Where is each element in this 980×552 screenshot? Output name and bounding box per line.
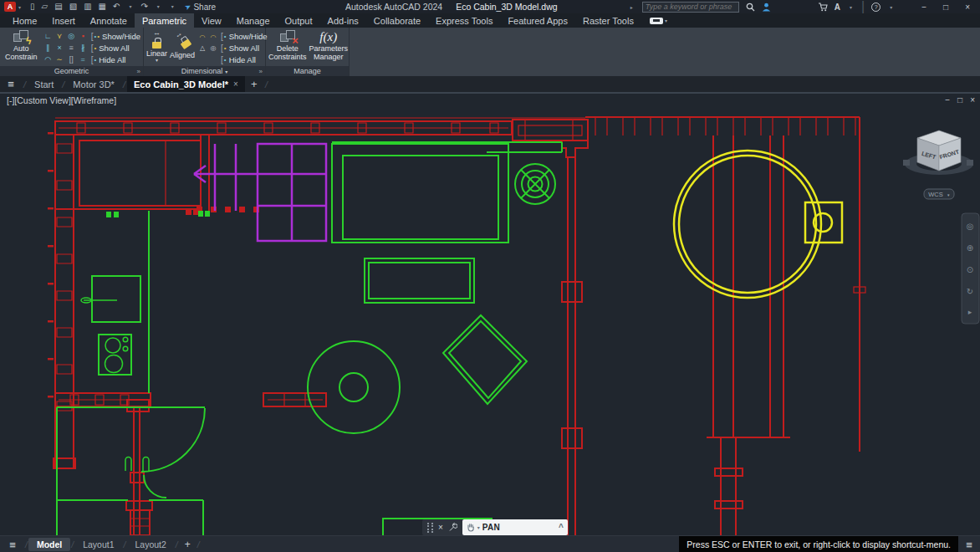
delete-constraints-button[interactable]: × Delete Constraints <box>268 29 307 61</box>
search-input[interactable] <box>646 3 736 11</box>
file-tab-menu-icon[interactable]: ≡ <box>0 76 22 92</box>
file-tab-start[interactable]: Start <box>28 76 60 92</box>
tangent-constraint-icon[interactable]: ◠ <box>43 54 54 65</box>
file-tab-motor3d[interactable]: Motor 3D* <box>66 76 121 92</box>
tab-annotate[interactable]: Annotate <box>83 13 135 28</box>
geometric-hide-all-button[interactable]: [•Hide All <box>91 54 140 65</box>
share-button[interactable]: ➤ Share <box>185 3 216 12</box>
lock-constraint-icon[interactable]: ▪ <box>78 31 89 42</box>
dimensional-show-all-button[interactable]: [•Show All <box>221 43 268 54</box>
viewport-controls-label[interactable]: [-][Custom View][Wireframe] <box>7 95 116 105</box>
angular-constraint-icon[interactable]: ◠ <box>197 33 207 43</box>
print-icon[interactable]: ▦ <box>99 1 106 13</box>
command-close-icon[interactable]: × <box>438 523 443 532</box>
window-minimize-button[interactable]: − <box>916 3 932 12</box>
command-options-caret-icon[interactable]: ▾ <box>477 524 480 530</box>
auto-constrain-button[interactable]: ϟ Auto Constrain <box>3 29 40 61</box>
collinear-constraint-icon[interactable]: ≡ <box>66 43 77 54</box>
command-line-dock[interactable]: × ▾ PAN ^ <box>422 519 568 535</box>
window-close-button[interactable]: × <box>960 3 975 12</box>
tab-add-ins[interactable]: Add-ins <box>320 13 366 28</box>
command-grip-handle[interactable] <box>427 523 433 533</box>
new-file-icon[interactable]: ▯ <box>30 1 35 13</box>
drawing-restore-button[interactable]: □ <box>957 95 962 105</box>
new-layout-button[interactable]: + <box>178 539 197 550</box>
navigation-bar[interactable]: ◎ ⊕ ⊙ ↻ ▸ <box>962 213 979 324</box>
tab-home[interactable]: Home <box>5 13 44 28</box>
pan-tool-icon[interactable]: ⊕ <box>967 243 973 253</box>
parallel-constraint-icon[interactable]: ∥ <box>43 43 54 54</box>
crossing-constraint-icon[interactable]: × <box>54 43 65 54</box>
autocad-logo-icon[interactable]: A <box>4 2 16 12</box>
geometric-panel-label[interactable]: Geometric » <box>0 66 143 76</box>
zoom-tool-icon[interactable]: ⊙ <box>967 265 973 274</box>
tab-featured-apps[interactable]: Featured Apps <box>500 13 575 28</box>
open-file-icon[interactable]: ▱ <box>42 1 48 13</box>
dimensional-hide-all-button[interactable]: [•Hide All <box>221 54 268 65</box>
drawing-close-button[interactable]: × <box>970 95 975 105</box>
parameters-manager-button[interactable]: f(x) Parameters Manager <box>309 29 349 61</box>
plot-icon[interactable]: ▥ <box>84 1 91 13</box>
aligned-dimension-button[interactable]: ↔ Aligned <box>170 29 195 60</box>
form-constraint-icon[interactable]: ◎ <box>208 43 218 54</box>
app-store-cart-icon[interactable] <box>818 3 828 12</box>
layout1-tab[interactable]: Layout1 <box>74 538 122 551</box>
model-tab[interactable]: Model <box>28 538 70 551</box>
model-space-canvas[interactable]: [-][Custom View][Wireframe] − □ × <box>0 94 980 535</box>
viewcube-rotate-left-handle[interactable] <box>903 160 910 166</box>
tab-collaborate[interactable]: Collaborate <box>366 13 428 28</box>
logo-caret-icon[interactable]: ▾ <box>18 4 21 10</box>
cad-drawing[interactable]: LEFT FRONT WCS ▾ ◎ ⊕ ⊙ ↻ ▸ <box>0 94 980 535</box>
dimensional-show-hide-button[interactable]: [•Show/Hide <box>221 31 268 42</box>
tab-insert[interactable]: Insert <box>44 13 83 28</box>
autodesk-app-icon[interactable]: A <box>835 3 840 12</box>
search-expand-icon[interactable]: ▸ <box>630 4 633 10</box>
save-as-icon[interactable]: ▧ <box>69 1 77 13</box>
viewcube-rotate-right-handle[interactable] <box>967 160 973 166</box>
command-collapse-icon[interactable]: ^ <box>559 523 564 532</box>
orbit-tool-icon[interactable]: ↻ <box>967 287 973 296</box>
tab-raster-tools[interactable]: Raster Tools <box>575 13 641 28</box>
tab-manage[interactable]: Manage <box>229 13 278 28</box>
new-drawing-tab-button[interactable]: + <box>245 76 263 92</box>
linear-dimension-button[interactable]: ↔ Linear ▾ <box>146 29 167 63</box>
diameter-constraint-icon[interactable]: △ <box>197 43 207 54</box>
perpendicular-constraint-icon[interactable]: ∟ <box>43 31 54 42</box>
undo-caret-icon[interactable]: ▾ <box>129 1 131 13</box>
undo-icon[interactable]: ↶ <box>113 1 120 13</box>
command-input-field[interactable]: ▾ PAN ^ <box>462 519 568 535</box>
geometric-show-hide-button[interactable]: [••Show/Hide <box>91 31 140 42</box>
tab-view[interactable]: View <box>194 13 229 28</box>
geometric-show-all-button[interactable]: [•Show All <box>91 43 140 54</box>
fix-constraint-icon[interactable]: ⋎ <box>54 31 65 42</box>
ribbon-display-toggle[interactable]: ▾ <box>650 13 667 28</box>
autodesk-app-caret-icon[interactable]: ▾ <box>850 4 852 10</box>
tab-output[interactable]: Output <box>278 13 320 28</box>
qat-dropdown-icon[interactable]: ▾ <box>171 1 174 13</box>
search-box[interactable] <box>642 2 739 13</box>
tab-express-tools[interactable]: Express Tools <box>428 13 500 28</box>
search-icon[interactable] <box>746 3 755 12</box>
showmotion-icon[interactable]: ▸ <box>968 308 972 316</box>
tab-parametric[interactable]: Parametric <box>135 13 194 28</box>
smooth-constraint-icon[interactable]: ∼ <box>54 54 65 65</box>
status-menu-icon[interactable]: ≡ <box>0 539 25 551</box>
redo-icon[interactable]: ↷ <box>140 1 147 13</box>
drawing-minimize-button[interactable]: − <box>945 95 950 105</box>
manage-panel-label[interactable]: Manage <box>266 66 349 76</box>
file-tab-eco-cabin[interactable]: Eco Cabin_3D Model* × <box>127 76 245 92</box>
radius-constraint-icon[interactable]: ◠ <box>208 33 218 43</box>
help-caret-icon[interactable]: ▾ <box>890 4 892 10</box>
status-customize-icon[interactable]: ≡ <box>958 536 980 552</box>
equal-constraint-icon[interactable]: = <box>78 54 89 65</box>
customize-wrench-icon[interactable] <box>448 523 457 532</box>
layout2-tab[interactable]: Layout2 <box>126 538 174 551</box>
dimensional-panel-label[interactable]: Dimensional ▾ » <box>144 66 265 76</box>
tab-close-icon[interactable]: × <box>233 79 238 89</box>
sign-in-user-icon[interactable] <box>762 3 771 12</box>
window-restore-button[interactable]: □ <box>938 3 953 12</box>
redo-caret-icon[interactable]: ▾ <box>157 1 160 13</box>
concentric-constraint-icon[interactable]: ◎ <box>66 31 77 42</box>
save-icon[interactable]: ▤ <box>54 1 62 13</box>
vertical-constraint-icon[interactable]: ∦ <box>78 43 89 54</box>
